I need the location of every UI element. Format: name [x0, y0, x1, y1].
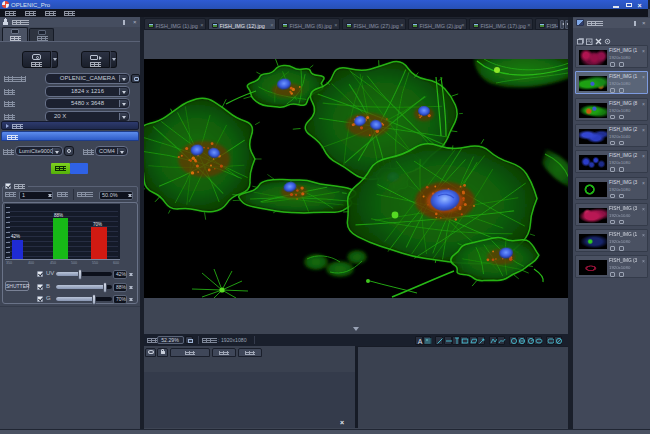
svg-text:A: A [418, 338, 423, 345]
